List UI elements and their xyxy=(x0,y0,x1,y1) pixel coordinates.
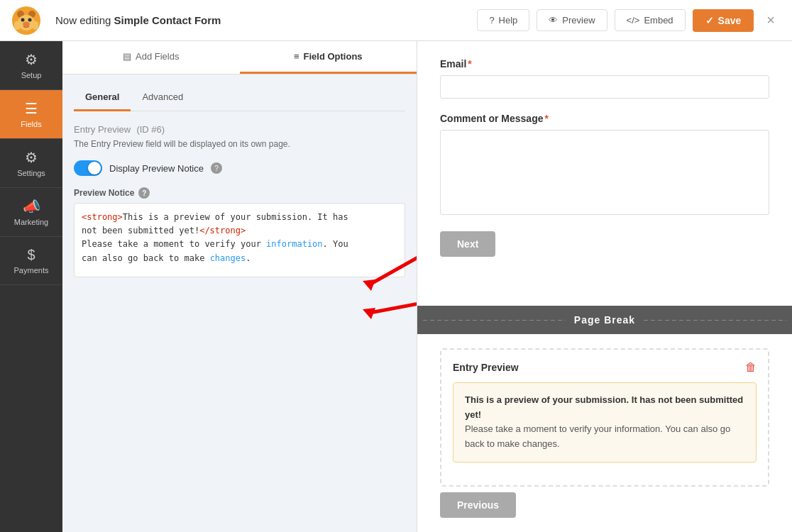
left-panel: ▤ Add Fields ≡ Field Options General Adv… xyxy=(62,41,417,532)
main-layout: ⚙ Setup ☰ Fields ⚙ Settings 📣 Marketing … xyxy=(0,41,792,532)
sidebar-item-label: Setup xyxy=(21,71,42,79)
preview-notice-label: Preview Notice ? xyxy=(74,187,405,199)
check-icon: ✓ xyxy=(705,15,714,26)
fields-icon: ☰ xyxy=(25,100,38,117)
code-icon: </> xyxy=(627,15,640,26)
close-button[interactable]: × xyxy=(761,9,781,31)
svg-marker-10 xyxy=(363,279,375,291)
eye-icon: 👁 xyxy=(549,15,558,26)
entry-preview-card: Entry Preview 🗑 This is a preview of you… xyxy=(440,348,769,487)
svg-rect-7 xyxy=(14,21,20,30)
email-field-group: Email* xyxy=(440,58,769,113)
sidebar-item-payments[interactable]: $ Payments xyxy=(0,237,62,285)
page-break-bar: Page Break xyxy=(417,306,792,334)
sub-tabs: General Advanced xyxy=(74,86,405,111)
payments-icon: $ xyxy=(27,247,35,263)
marketing-icon: 📣 xyxy=(23,198,40,215)
comment-label: Comment or Message* xyxy=(440,113,769,124)
toggle-help-icon[interactable]: ? xyxy=(211,162,222,174)
preview-notice-box: This is a preview of your submission. It… xyxy=(453,382,757,462)
field-title: Entry Preview (ID #6) xyxy=(74,123,405,135)
tab-bar: ▤ Add Fields ≡ Field Options xyxy=(62,41,417,74)
email-label: Email* xyxy=(440,58,769,70)
right-panel: Email* Comment or Message* Next Page Bre… xyxy=(417,41,792,532)
header-right: ? Help 👁 Preview </> Embed ✓ Save × xyxy=(477,9,781,32)
tab-field-options[interactable]: ≡ Field Options xyxy=(240,41,417,74)
email-required-star: * xyxy=(468,58,471,70)
svg-point-4 xyxy=(21,18,25,21)
svg-rect-8 xyxy=(33,21,38,30)
logo-bear xyxy=(11,6,41,35)
tab-add-fields[interactable]: ▤ Add Fields xyxy=(62,41,240,74)
logo-area xyxy=(11,6,41,35)
settings-icon: ⚙ xyxy=(25,149,38,166)
trash-icon[interactable]: 🗑 xyxy=(745,361,757,374)
svg-marker-12 xyxy=(363,308,375,319)
sidebar-item-settings[interactable]: ⚙ Settings xyxy=(0,139,62,188)
toggle-label: Display Preview Notice xyxy=(109,163,204,174)
sidebar-item-label: Settings xyxy=(17,169,45,177)
setup-icon: ⚙ xyxy=(25,51,38,68)
field-options-panel: General Advanced Entry Preview (ID #6) T… xyxy=(62,74,417,289)
sidebar-item-label: Payments xyxy=(14,266,49,275)
notice-content-area: <strong>This is a preview of your submis… xyxy=(74,203,405,277)
sidebar-item-label: Fields xyxy=(21,120,41,128)
sidebar-item-label: Marketing xyxy=(14,218,48,226)
previous-button[interactable]: Previous xyxy=(440,492,516,518)
add-fields-icon: ▤ xyxy=(123,51,131,62)
sidebar-item-setup[interactable]: ⚙ Setup xyxy=(0,41,62,90)
next-button[interactable]: Next xyxy=(440,231,495,257)
field-options-icon: ≡ xyxy=(294,51,299,62)
entry-preview-header: Entry Preview 🗑 xyxy=(453,361,757,374)
field-description: The Entry Preview field will be displaye… xyxy=(74,139,405,149)
sub-tab-general[interactable]: General xyxy=(74,86,131,111)
sub-tab-advanced[interactable]: Advanced xyxy=(131,86,194,111)
preview-notice-bold: This is a preview of your submission. It… xyxy=(465,394,743,420)
email-input[interactable] xyxy=(440,75,769,99)
preview-notice-help-icon[interactable]: ? xyxy=(138,187,150,199)
comment-textarea[interactable] xyxy=(440,130,769,215)
editing-title: Now editing Simple Contact Form xyxy=(55,14,468,26)
top-header: Now editing Simple Contact Form ? Help 👁… xyxy=(0,0,792,41)
help-icon: ? xyxy=(489,15,494,26)
display-preview-notice-toggle[interactable] xyxy=(74,160,102,176)
save-button[interactable]: ✓ Save xyxy=(693,9,754,32)
help-button[interactable]: ? Help xyxy=(477,9,529,31)
svg-line-11 xyxy=(370,302,417,313)
svg-point-5 xyxy=(28,18,32,21)
sidebar-item-fields[interactable]: ☰ Fields xyxy=(0,90,62,139)
sidebar-item-marketing[interactable]: 📣 Marketing xyxy=(0,188,62,237)
sidebar-nav: ⚙ Setup ☰ Fields ⚙ Settings 📣 Marketing … xyxy=(0,41,62,532)
form-preview-area: Email* Comment or Message* Next xyxy=(417,41,792,306)
toggle-row: Display Preview Notice ? xyxy=(74,160,405,176)
embed-button[interactable]: </> Embed xyxy=(615,9,686,31)
entry-preview-title: Entry Preview xyxy=(453,362,519,373)
preview-notice-text: Please take a moment to verify your info… xyxy=(465,423,730,449)
notice-textarea[interactable]: <strong>This is a preview of your submis… xyxy=(74,203,405,277)
comment-field-group: Comment or Message* xyxy=(440,113,769,231)
preview-button[interactable]: 👁 Preview xyxy=(537,9,607,31)
entry-preview-section: Entry Preview 🗑 This is a preview of you… xyxy=(417,334,792,532)
comment-required-star: * xyxy=(544,113,548,124)
